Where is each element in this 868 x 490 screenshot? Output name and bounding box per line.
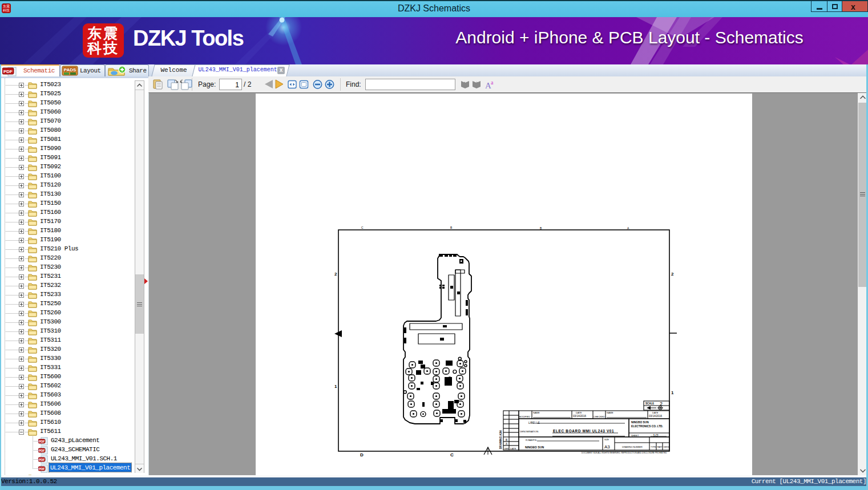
svg-text:DRAWING NUMBER: DRAWING NUMBER — [622, 446, 643, 448]
svg-text:VER: VER — [504, 447, 509, 450]
svg-text:CHECKED: CHECKED — [594, 415, 605, 418]
svg-text:NAME: NAME — [533, 411, 540, 414]
svg-text:PDF: PDF — [39, 458, 45, 461]
svg-text:PDF: PDF — [39, 440, 45, 443]
svg-text:DATE: DATE — [576, 411, 582, 414]
svg-text:A3: A3 — [604, 444, 610, 449]
svg-text:B: B — [450, 226, 453, 229]
svg-text:B: B — [540, 226, 542, 230]
svg-text:ELECTRONICS CO. LTD.: ELECTRONICS CO. LTD. — [631, 425, 663, 428]
svg-text:2: 2 — [334, 272, 337, 277]
svg-text:LIBELLE: LIBELLE — [528, 421, 540, 424]
svg-text:SHEET: SHEET — [631, 434, 639, 437]
svg-text:VERS.: VERS. — [664, 446, 670, 448]
svg-text:R.FAB/P.N.: R.FAB/P.N. — [526, 439, 537, 442]
svg-text:NINGBO SUN: NINGBO SUN — [631, 421, 649, 424]
svg-text:MODIFIED: MODIFIED — [519, 415, 531, 418]
svg-text:03/14/2016: 03/14/2016 — [649, 415, 662, 418]
svg-text:C: C — [450, 452, 454, 457]
svg-text:A: A — [627, 226, 629, 230]
svg-text:DOCUMENT SUN ALL RIGHTS RESERV: DOCUMENT SUN ALL RIGHTS RESERVED. REPROD… — [582, 452, 667, 454]
svg-text:NAME: NAME — [607, 411, 613, 414]
svg-text:C: C — [361, 226, 364, 229]
svg-text:DRAWING A3H: DRAWING A3H — [499, 430, 502, 449]
svg-text:PDF: PDF — [39, 449, 45, 452]
svg-text:B: B — [506, 439, 507, 442]
svg-text:PADS: PADS — [64, 67, 76, 72]
svg-text:TYPE: TYPE — [651, 446, 656, 448]
svg-text:A: A — [506, 443, 507, 446]
svg-text:PDF: PDF — [3, 69, 13, 74]
svg-text:03/14/2016: 03/14/2016 — [573, 415, 586, 418]
svg-text:1/2: 1/2 — [653, 434, 659, 438]
svg-text:1: 1 — [334, 384, 337, 389]
svg-text:PDF: PDF — [39, 467, 45, 471]
svg-text:SIZE: SIZE — [604, 439, 609, 441]
svg-text:D: D — [360, 452, 364, 457]
svg-text:1: 1 — [671, 390, 674, 395]
svg-text:a: a — [491, 79, 494, 86]
svg-text:NINGBO SUN: NINGBO SUN — [525, 446, 544, 449]
svg-text:DATE: DATE — [652, 411, 659, 414]
svg-text:ELEC BOARD MMI UL243 V01: ELEC BOARD MMI UL243 V01 — [553, 429, 614, 433]
svg-text:DATE: DATE — [510, 447, 516, 450]
svg-text:2: 2 — [671, 272, 674, 277]
svg-text:PART: PART — [657, 446, 663, 448]
svg-text:SCALE: SCALE — [645, 402, 654, 405]
svg-text:DENOMINATION: DENOMINATION — [520, 430, 538, 433]
